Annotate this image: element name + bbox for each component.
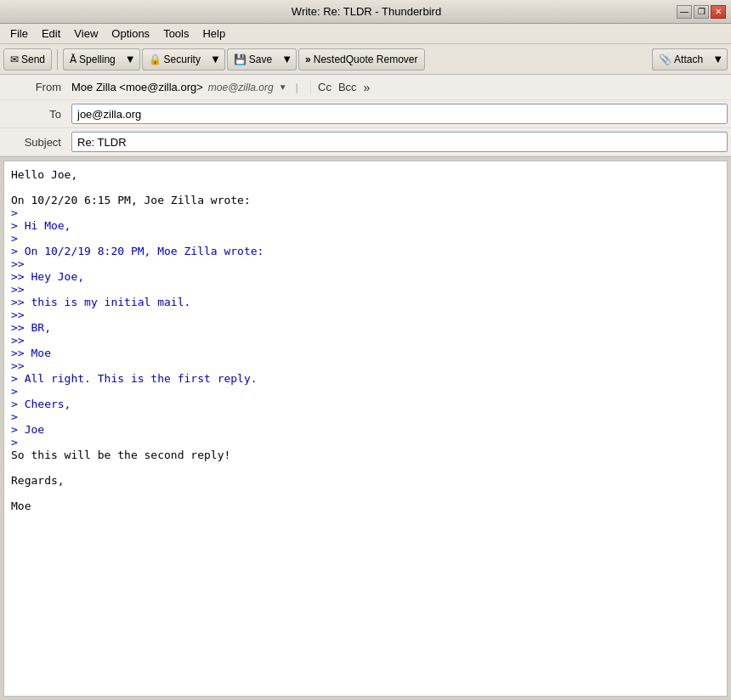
subject-row: Subject bbox=[0, 128, 731, 156]
attach-label: Attach bbox=[674, 54, 703, 65]
attach-button-group: 📎 Attach ▼ bbox=[652, 48, 728, 71]
from-email-italic: moe@zilla.org bbox=[208, 82, 274, 93]
title-bar: Write: Re: TLDR - Thunderbird — ❐ ✕ bbox=[0, 0, 731, 24]
bcc-button[interactable]: Bcc bbox=[338, 81, 357, 93]
from-value: Moe Zilla <moe@zilla.org> moe@zilla.org … bbox=[68, 77, 731, 98]
from-dropdown-arrow[interactable]: ▼ bbox=[279, 82, 287, 92]
spelling-button[interactable]: Ǎ Spelling bbox=[63, 48, 122, 71]
subject-value bbox=[68, 128, 731, 155]
window-controls: — ❐ ✕ bbox=[677, 5, 726, 19]
send-button-group: ✉ Send bbox=[3, 48, 52, 71]
menu-file[interactable]: File bbox=[3, 25, 35, 42]
lock-icon: 🔒 bbox=[149, 54, 162, 65]
menu-edit[interactable]: Edit bbox=[35, 25, 67, 42]
menu-bar: File Edit View Options Tools Help bbox=[0, 24, 731, 44]
toolbar: ✉ Send Ǎ Spelling ▼ 🔒 Security ▼ 💾 Save… bbox=[0, 44, 731, 75]
subject-label: Subject bbox=[0, 133, 68, 152]
cc-bcc-area: Cc Bcc » bbox=[310, 81, 370, 94]
from-label: From bbox=[0, 77, 68, 97]
close-button[interactable]: ✕ bbox=[711, 5, 726, 19]
security-dropdown[interactable]: ▼ bbox=[207, 48, 225, 71]
maximize-button[interactable]: ❐ bbox=[694, 5, 709, 19]
menu-help[interactable]: Help bbox=[196, 25, 232, 42]
nested-quote-icon: » bbox=[305, 54, 311, 65]
security-label: Security bbox=[164, 54, 201, 65]
compose-area: From Moe Zilla <moe@zilla.org> moe@zilla… bbox=[0, 75, 731, 700]
save-label: Save bbox=[249, 54, 272, 65]
nested-quote-button[interactable]: » NestedQuote Remover bbox=[298, 48, 424, 71]
attach-dropdown[interactable]: ▼ bbox=[709, 48, 728, 71]
subject-input[interactable] bbox=[71, 132, 728, 152]
cc-button[interactable]: Cc bbox=[318, 81, 332, 93]
attach-icon: 📎 bbox=[659, 54, 672, 65]
save-icon: 💾 bbox=[234, 54, 246, 65]
menu-options[interactable]: Options bbox=[105, 25, 156, 42]
save-dropdown[interactable]: ▼ bbox=[278, 48, 297, 71]
spelling-dropdown[interactable]: ▼ bbox=[122, 48, 140, 71]
send-label: Send bbox=[21, 54, 45, 65]
from-row: From Moe Zilla <moe@zilla.org> moe@zilla… bbox=[0, 75, 731, 100]
to-label: To bbox=[0, 104, 68, 124]
menu-view[interactable]: View bbox=[67, 25, 105, 42]
security-button[interactable]: 🔒 Security bbox=[142, 48, 207, 71]
send-icon: ✉ bbox=[10, 54, 19, 65]
to-value bbox=[68, 100, 731, 127]
separator-1 bbox=[57, 49, 58, 70]
menu-tools[interactable]: Tools bbox=[156, 25, 196, 42]
spelling-icon: Ǎ bbox=[70, 54, 76, 65]
nested-quote-label: NestedQuote Remover bbox=[314, 54, 418, 65]
send-button[interactable]: ✉ Send bbox=[3, 48, 52, 71]
attach-button[interactable]: 📎 Attach bbox=[652, 48, 709, 71]
to-input[interactable] bbox=[71, 104, 728, 124]
window-title: Write: Re: TLDR - Thunderbird bbox=[56, 5, 677, 18]
save-button[interactable]: 💾 Save bbox=[227, 48, 278, 71]
header-fields: From Moe Zilla <moe@zilla.org> moe@zilla… bbox=[0, 75, 731, 157]
minimize-button[interactable]: — bbox=[677, 5, 692, 19]
message-body[interactable]: Hello Joe, On 10/2/20 6:15 PM, Joe Zilla… bbox=[3, 161, 728, 697]
more-fields-button[interactable]: » bbox=[364, 81, 371, 94]
from-separator: | bbox=[296, 81, 298, 93]
save-button-group: 💾 Save ▼ bbox=[227, 48, 297, 71]
security-button-group: 🔒 Security ▼ bbox=[142, 48, 225, 71]
spelling-label: Spelling bbox=[79, 54, 116, 65]
from-name: Moe Zilla <moe@zilla.org> bbox=[71, 81, 203, 93]
spelling-button-group: Ǎ Spelling ▼ bbox=[63, 48, 140, 71]
to-row: To bbox=[0, 100, 731, 128]
